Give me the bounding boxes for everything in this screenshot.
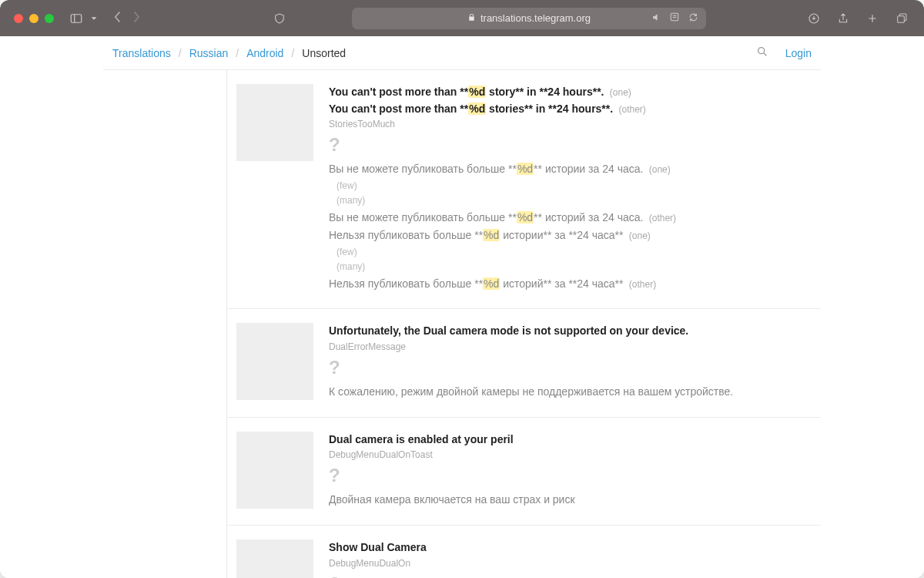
crumb-translations[interactable]: Translations — [112, 47, 171, 59]
entry-thumbnail[interactable] — [236, 539, 313, 578]
nav-buttons — [114, 11, 140, 26]
content: You can't post more than **%d story** in… — [103, 70, 821, 578]
entry-thumbnail[interactable] — [236, 432, 313, 509]
svg-rect-6 — [898, 15, 905, 22]
source-string: Show Dual Camera — [329, 539, 808, 556]
translation-entry[interactable]: You can't post more than **%d story** in… — [227, 70, 821, 309]
left-sidebar — [103, 70, 226, 578]
titlebar: translations.telegram.org — [0, 0, 924, 36]
source-string: Unfortunately, the Dual camera mode is n… — [329, 323, 808, 340]
crumb-russian[interactable]: Russian — [189, 47, 229, 59]
crumb-current: Unsorted — [302, 47, 346, 59]
sidebar-toggle-icon[interactable] — [68, 10, 85, 27]
maximize-window-button[interactable] — [45, 14, 54, 23]
downloads-icon[interactable] — [805, 10, 822, 27]
string-key: DebugMenuDualOnToast — [329, 449, 808, 460]
translation-string: Нельзя публиковать больше **%d истории**… — [329, 227, 808, 245]
forward-button[interactable] — [132, 11, 140, 26]
plural-form-tag: (few) — [336, 179, 808, 193]
search-icon[interactable] — [756, 45, 768, 60]
translation-string: Вы не можете публиковать больше **%d** и… — [329, 160, 808, 179]
mute-icon[interactable] — [651, 12, 661, 25]
reader-icon[interactable] — [669, 12, 680, 25]
string-key: DualErrorMessage — [329, 341, 808, 352]
string-key: DebugMenuDualOn — [329, 558, 808, 569]
source-string: Dual camera is enabled at your peril — [329, 432, 808, 449]
svg-line-8 — [764, 53, 766, 55]
crumb-android[interactable]: Android — [246, 47, 283, 59]
entries-list: You can't post more than **%d story** in… — [226, 70, 821, 578]
svg-rect-0 — [71, 14, 82, 22]
untranslated-icon: ? — [329, 134, 808, 156]
page: Translations / Russian / Android / Unsor… — [0, 36, 924, 578]
translation-string: Вы не можете публиковать больше **%d** и… — [329, 209, 808, 227]
entry-body: Show Dual CameraDebugMenuDualOn?Показать… — [329, 539, 821, 578]
reload-icon[interactable] — [688, 12, 698, 25]
crumb-sep: / — [236, 47, 239, 59]
entry-body: Unfortunately, the Dual camera mode is n… — [329, 323, 821, 401]
page-header: Translations / Russian / Android / Unsor… — [103, 36, 821, 70]
privacy-shield-icon[interactable] — [271, 10, 288, 27]
breadcrumb: Translations / Russian / Android / Unsor… — [112, 47, 346, 59]
browser-window: translations.telegram.org — [0, 0, 924, 578]
plural-form-tag: (many) — [336, 260, 808, 274]
source-string: You can't post more than **%d stories** … — [329, 101, 808, 118]
crumb-sep: / — [179, 47, 182, 59]
chevron-down-icon[interactable] — [89, 10, 99, 27]
window-controls — [14, 14, 54, 23]
entry-body: Dual camera is enabled at your perilDebu… — [329, 432, 821, 509]
close-window-button[interactable] — [14, 14, 23, 23]
untranslated-icon: ? — [329, 573, 808, 578]
translation-entry[interactable]: Dual camera is enabled at your perilDebu… — [227, 418, 821, 526]
svg-rect-2 — [671, 13, 678, 20]
entry-body: You can't post more than **%d story** in… — [329, 84, 821, 293]
plural-form-tag: (many) — [336, 193, 808, 208]
translation-entry[interactable]: Show Dual CameraDebugMenuDualOn?Показать… — [227, 526, 821, 578]
tabs-icon[interactable] — [893, 10, 910, 27]
url-text: translations.telegram.org — [480, 12, 591, 24]
crumb-sep: / — [291, 47, 294, 59]
minimize-window-button[interactable] — [29, 14, 38, 23]
plural-form-tag: (few) — [336, 245, 808, 260]
share-icon[interactable] — [835, 10, 852, 27]
svg-point-7 — [758, 48, 764, 54]
translation-entry[interactable]: Unfortunately, the Dual camera mode is n… — [227, 309, 821, 417]
entry-thumbnail[interactable] — [236, 84, 313, 161]
untranslated-icon: ? — [329, 357, 808, 378]
back-button[interactable] — [114, 11, 122, 26]
entry-thumbnail[interactable] — [236, 323, 313, 400]
string-key: StoriesTooMuch — [329, 119, 808, 129]
login-link[interactable]: Login — [785, 47, 812, 59]
translation-string: К сожалению, режим двойной камеры не под… — [329, 383, 808, 402]
translation-string: Двойная камера включается на ваш страх и… — [329, 491, 808, 509]
lock-icon — [467, 13, 476, 24]
untranslated-icon: ? — [329, 465, 808, 486]
source-string: You can't post more than **%d story** in… — [329, 84, 808, 101]
toolbar-right — [805, 10, 910, 27]
new-tab-icon[interactable] — [864, 10, 881, 27]
address-bar[interactable]: translations.telegram.org — [352, 8, 706, 29]
translation-string: Нельзя публиковать больше **%d историй**… — [329, 275, 808, 294]
